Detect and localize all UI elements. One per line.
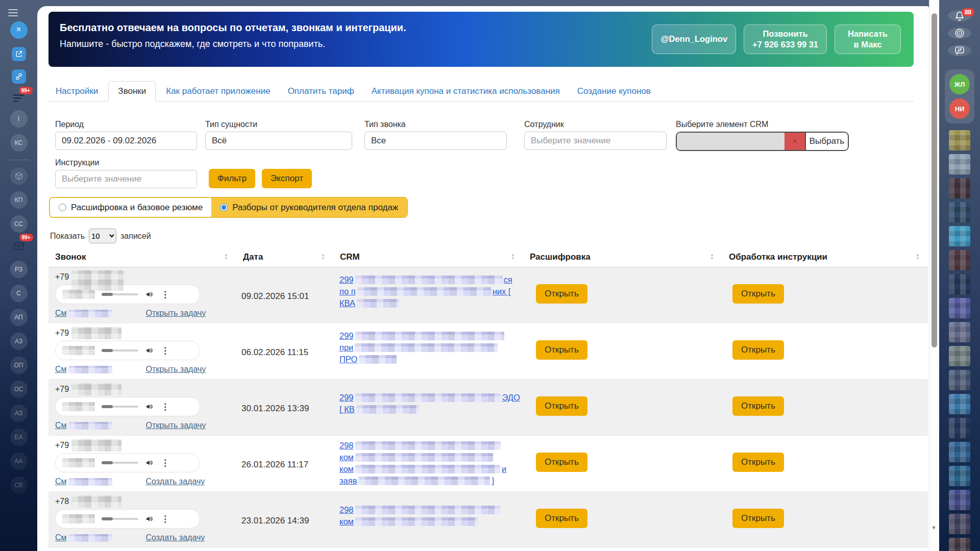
task-link[interactable]: Открыть задачу — [146, 421, 206, 430]
recent-item-thumbnail[interactable] — [949, 250, 970, 270]
header-crm[interactable]: CRM — [333, 252, 523, 262]
avatar[interactable]: НИ — [949, 98, 970, 119]
see-link[interactable]: См — [55, 365, 112, 374]
avatar[interactable]: АЗ — [10, 333, 28, 350]
filter-button[interactable]: Фильтр — [209, 169, 255, 188]
sort-icon[interactable] — [224, 253, 228, 260]
crm-link[interactable]: 299ся по пних [ КВА — [339, 274, 523, 309]
audio-player[interactable] — [55, 453, 200, 472]
recent-item-thumbnail[interactable] — [949, 442, 970, 462]
recent-item-thumbnail[interactable] — [949, 394, 970, 414]
instructions-input[interactable] — [55, 170, 197, 188]
mail-icon[interactable]: 99+ — [13, 240, 25, 254]
header-date[interactable]: Дата — [236, 252, 333, 262]
avatar[interactable]: КС — [10, 134, 28, 152]
hamburger-menu-icon[interactable] — [8, 7, 18, 18]
avatar[interactable]: I — [10, 110, 28, 128]
volume-icon[interactable] — [145, 514, 154, 523]
open-transcript-button[interactable]: Открыть — [536, 396, 587, 416]
sort-icon[interactable] — [511, 253, 515, 260]
employee-input[interactable] — [524, 132, 667, 150]
recent-item-thumbnail[interactable] — [949, 274, 970, 294]
sort-icon[interactable] — [710, 253, 714, 260]
player-menu-icon[interactable] — [161, 402, 169, 412]
tab-how-it-works[interactable]: Как работает приложение — [159, 82, 277, 101]
recent-item-thumbnail[interactable] — [949, 538, 970, 551]
mode-option-manager-review[interactable]: Разборы от руководителя отдела продаж — [211, 198, 407, 217]
scrollbar[interactable] — [929, 0, 939, 551]
recent-item-thumbnail[interactable] — [949, 322, 970, 342]
tab-create-coupons[interactable]: Создание купонов — [570, 82, 658, 101]
call-phone-button[interactable]: Позвонить +7 926 633 99 31 — [744, 24, 827, 54]
crm-select-button[interactable]: Выбрать — [805, 133, 848, 150]
audio-progress-bar[interactable] — [102, 349, 138, 352]
see-link[interactable]: См — [55, 477, 112, 486]
call-type-input[interactable] — [364, 132, 507, 150]
avatar[interactable]: ОС — [10, 381, 28, 398]
avatar[interactable]: ЕА — [10, 429, 28, 446]
header-instruction[interactable]: Обработка инструкции — [722, 252, 928, 262]
scroll-down-arrow[interactable] — [931, 524, 937, 531]
export-button[interactable]: Экспорт — [262, 169, 312, 188]
recent-item-thumbnail[interactable] — [949, 202, 970, 222]
recent-item-thumbnail[interactable] — [949, 346, 970, 366]
recent-item-thumbnail[interactable] — [949, 178, 970, 198]
recent-item-thumbnail[interactable] — [949, 490, 970, 510]
recent-item-thumbnail[interactable] — [949, 418, 970, 438]
crm-link[interactable]: 298 ком коми заяв] — [339, 440, 523, 487]
player-menu-icon[interactable] — [161, 289, 169, 300]
task-link[interactable]: Создать задачу — [146, 533, 205, 542]
open-window-icon[interactable] — [12, 47, 26, 61]
header-transcript[interactable]: Расшифровка — [523, 252, 722, 262]
see-link[interactable]: См — [55, 533, 112, 542]
page-size-select[interactable]: 10 — [89, 229, 116, 243]
avatar[interactable]: ОП — [10, 357, 28, 374]
messenger-icon[interactable] — [948, 45, 971, 56]
recent-item-thumbnail[interactable] — [949, 130, 970, 151]
recent-item-thumbnail[interactable] — [949, 154, 970, 174]
task-link[interactable]: Открыть задачу — [146, 365, 206, 374]
mode-option-transcript[interactable]: Расшифровка и базовое резюме — [50, 198, 211, 217]
tasks-menu-icon[interactable]: 99+ — [13, 93, 24, 104]
scrollbar-thumb[interactable] — [932, 13, 937, 347]
volume-icon[interactable] — [145, 402, 154, 411]
open-instruction-button[interactable]: Открыть — [732, 509, 784, 528]
crm-link[interactable]: 299ЭДО [ КВ — [339, 392, 523, 415]
crm-link[interactable]: 299 при ПРО — [339, 330, 523, 365]
open-transcript-button[interactable]: Открыть — [536, 509, 587, 528]
entity-type-input[interactable] — [205, 132, 352, 150]
open-instruction-button[interactable]: Открыть — [732, 453, 784, 472]
crm-clear-button[interactable] — [785, 133, 805, 150]
player-menu-icon[interactable] — [161, 514, 169, 524]
avatar[interactable]: АП — [10, 309, 28, 326]
see-link[interactable]: См — [55, 421, 112, 430]
see-link[interactable]: См — [55, 309, 112, 318]
open-instruction-button[interactable]: Открыть — [732, 284, 784, 304]
volume-icon[interactable] — [145, 290, 154, 299]
task-link[interactable]: Создать задачу — [146, 477, 205, 486]
volume-icon[interactable] — [145, 458, 154, 467]
crm-link[interactable]: 298 ком — [339, 504, 523, 528]
tab-calls[interactable]: Звонки — [108, 81, 156, 102]
player-menu-icon[interactable] — [161, 458, 169, 468]
open-transcript-button[interactable]: Открыть — [536, 284, 587, 304]
package-icon[interactable] — [10, 167, 28, 185]
avatar[interactable]: СВ — [10, 477, 28, 494]
avatar[interactable]: АЗ — [10, 405, 28, 422]
open-transcript-button[interactable]: Открыть — [536, 453, 587, 472]
link-icon[interactable] — [12, 69, 26, 84]
tab-pay-tariff[interactable]: Оплатить тариф — [281, 82, 361, 101]
avatar[interactable]: С — [10, 285, 28, 302]
open-instruction-button[interactable]: Открыть — [732, 340, 784, 360]
audio-player[interactable] — [55, 509, 200, 529]
recent-item-thumbnail[interactable] — [949, 370, 970, 390]
recent-item-thumbnail[interactable] — [949, 298, 970, 318]
sort-icon[interactable] — [916, 253, 920, 260]
recent-item-thumbnail[interactable] — [949, 514, 970, 534]
copilot-icon[interactable] — [948, 28, 971, 39]
audio-progress-bar[interactable] — [102, 406, 138, 408]
avatar[interactable]: СС — [10, 215, 28, 233]
open-instruction-button[interactable]: Открыть — [732, 396, 784, 416]
player-menu-icon[interactable] — [161, 345, 169, 356]
task-link[interactable]: Открыть задачу — [146, 309, 206, 318]
